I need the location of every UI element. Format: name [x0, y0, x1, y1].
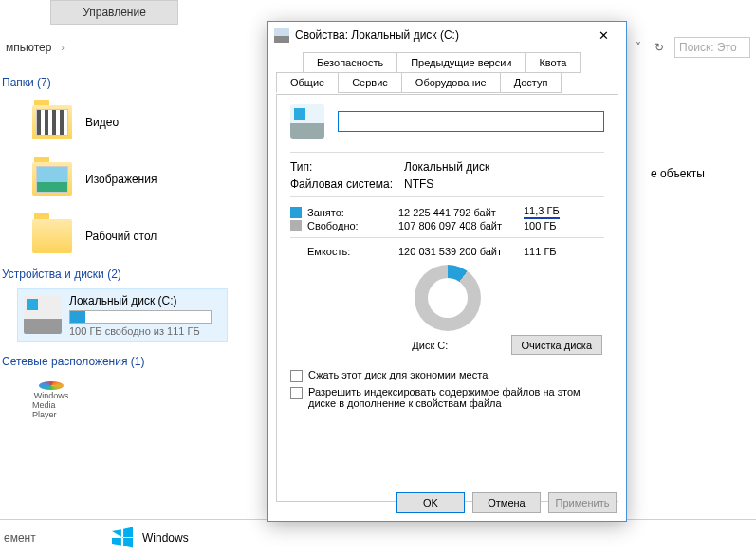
dialog-titlebar[interactable]: Свойства: Локальный диск (C:) ✕ [268, 22, 626, 48]
tab-hardware[interactable]: Оборудование [401, 72, 501, 93]
breadcrumb-computer[interactable]: мпьютер [0, 41, 57, 54]
tab-quota[interactable]: Квота [525, 52, 581, 73]
type-value: Локальный диск [404, 160, 604, 174]
disk-cleanup-button[interactable]: Очистка диска [511, 335, 602, 355]
used-bytes: 12 225 441 792 байт [398, 207, 524, 218]
legend-used-icon [290, 207, 302, 218]
dialog-buttons: OK Отмена Применить [396, 492, 617, 513]
wmp-caption-1: Windows [34, 391, 69, 400]
folder-label: Рабочий стол [85, 230, 157, 243]
tab-general[interactable]: Общие [276, 72, 339, 93]
free-bytes: 107 806 097 408 байт [398, 220, 524, 231]
close-icon[interactable]: ✕ [586, 26, 620, 45]
disk-free-text: 100 ГБ свободно из 111 ГБ [69, 325, 221, 337]
wmp-caption-2: Media Player [32, 400, 70, 419]
folder-icon [32, 105, 72, 139]
folder-label: Изображения [85, 173, 157, 186]
free-label: Свободно: [307, 220, 398, 231]
folder-label: Видео [85, 116, 119, 129]
chevron-right-icon[interactable]: › [61, 43, 64, 53]
ribbon-tab-manage[interactable]: Управление [50, 0, 178, 25]
fs-value: NTFS [404, 177, 604, 191]
disk-usage-bar [69, 310, 212, 324]
used-label: Занято: [307, 207, 398, 218]
capacity-bytes: 120 031 539 200 байт [398, 246, 524, 257]
compress-label: Сжать этот диск для экономии места [308, 369, 488, 380]
compress-checkbox[interactable] [290, 370, 303, 382]
tab-panel-general: Тип:Локальный диск Файловая система:NTFS… [276, 94, 618, 502]
dialog-title: Свойства: Локальный диск (C:) [295, 28, 586, 42]
folder-icon [32, 162, 72, 196]
free-human: 100 ГБ [524, 220, 577, 231]
disk-icon [274, 28, 289, 43]
wmp-icon: Windows Media Player [32, 381, 70, 419]
windows-label: Windows [142, 531, 189, 545]
tab-previous-versions[interactable]: Предыдущие версии [396, 52, 526, 73]
tab-security[interactable]: Безопасность [303, 52, 397, 73]
capacity-label: Емкость: [307, 246, 398, 257]
capacity-human: 111 ГБ [524, 246, 577, 257]
donut-label: Диск C: [349, 340, 511, 351]
usage-donut-chart [415, 265, 481, 331]
tab-sharing[interactable]: Доступ [500, 72, 562, 93]
disk-item-c[interactable]: Локальный диск (C:) 100 ГБ свободно из 1… [17, 288, 228, 342]
windows-icon [112, 527, 133, 548]
fs-label: Файловая система: [290, 177, 404, 191]
used-human: 11,3 ГБ [524, 205, 577, 219]
tab-tools[interactable]: Сервис [338, 72, 402, 93]
disk-icon [24, 296, 62, 334]
disk-icon [290, 104, 324, 139]
disk-texts: Локальный диск (C:) 100 ГБ свободно из 1… [69, 294, 221, 337]
index-label: Разрешить индексировать содержимое файло… [308, 386, 604, 409]
disk-name: Локальный диск (C:) [69, 294, 221, 307]
properties-dialog: Свойства: Локальный диск (C:) ✕ Безопасн… [267, 21, 627, 522]
status-bar: емент Windows [0, 519, 756, 555]
cancel-button[interactable]: Отмена [472, 492, 541, 513]
legend-free-icon [290, 220, 302, 231]
type-label: Тип: [290, 160, 404, 174]
index-checkbox[interactable] [290, 387, 303, 399]
search-input[interactable]: Поиск: Это [674, 37, 750, 58]
tab-strip: Безопасность Предыдущие версии Квота Общ… [276, 52, 618, 94]
disk-name-input[interactable] [338, 111, 604, 132]
folder-icon [32, 219, 72, 253]
apply-button[interactable]: Применить [548, 492, 617, 513]
history-dropdown-icon[interactable]: ˅ [631, 40, 646, 55]
ok-button[interactable]: OK [396, 492, 465, 513]
status-text: емент [4, 531, 99, 545]
refresh-icon[interactable]: ↻ [652, 40, 667, 55]
